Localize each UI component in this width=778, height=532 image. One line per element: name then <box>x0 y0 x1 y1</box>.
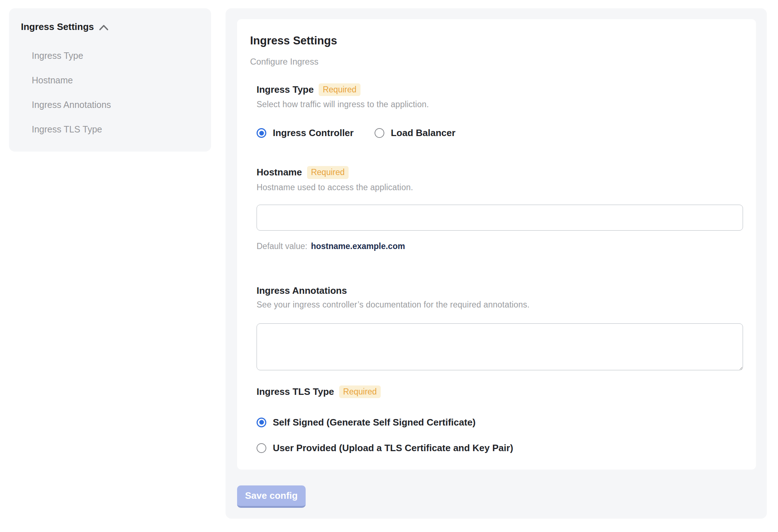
ingress-tls-type-radio-group: Self Signed (Generate Self Signed Certif… <box>257 417 743 454</box>
default-value-text: hostname.example.com <box>311 241 405 251</box>
ingress-type-description: Select how traffic will ingress to the a… <box>257 100 743 109</box>
required-badge: Required <box>339 385 381 398</box>
ingress-annotations-description: See your ingress controller’s documentat… <box>257 300 743 310</box>
sidebar-section-toggle[interactable]: Ingress Settings <box>21 21 204 32</box>
radio-option-self-signed[interactable]: Self Signed (Generate Self Signed Certif… <box>257 417 743 428</box>
radio-option-label: Load Balancer <box>391 127 455 139</box>
sidebar-section-title: Ingress Settings <box>21 21 94 32</box>
required-badge: Required <box>307 166 349 179</box>
section-ingress-annotations: Ingress Annotations See your ingress con… <box>257 285 743 370</box>
radio-option-label: Self Signed (Generate Self Signed Certif… <box>273 417 476 428</box>
ingress-annotations-label: Ingress Annotations <box>257 285 347 296</box>
section-ingress-type: Ingress Type Required Select how traffic… <box>257 83 743 139</box>
settings-nav-sidebar: Ingress Settings Ingress Type Hostname I… <box>9 8 211 152</box>
sidebar-items: Ingress Type Hostname Ingress Annotation… <box>21 43 204 141</box>
default-value-label: Default value: <box>257 241 307 251</box>
radio-option-user-provided[interactable]: User Provided (Upload a TLS Certificate … <box>257 442 743 454</box>
radio-button-icon[interactable] <box>257 128 266 138</box>
section-hostname: Hostname Required Hostname used to acces… <box>257 166 743 251</box>
settings-panel: Ingress Settings Configure Ingress Ingre… <box>226 8 767 519</box>
page: Ingress Settings Ingress Type Hostname I… <box>0 0 778 532</box>
sidebar-item-ingress-annotations[interactable]: Ingress Annotations <box>32 92 204 117</box>
ingress-tls-type-label: Ingress TLS Type <box>257 386 334 397</box>
radio-button-icon[interactable] <box>257 443 266 453</box>
page-subtitle: Configure Ingress <box>250 57 743 67</box>
save-config-button[interactable]: Save config <box>237 485 306 508</box>
sidebar-item-hostname[interactable]: Hostname <box>32 68 204 92</box>
sidebar-item-ingress-tls-type[interactable]: Ingress TLS Type <box>32 117 204 141</box>
radio-option-ingress-controller[interactable]: Ingress Controller <box>257 127 354 139</box>
radio-option-load-balancer[interactable]: Load Balancer <box>375 127 455 139</box>
section-ingress-tls-type: Ingress TLS Type Required Self Signed (G… <box>257 385 743 454</box>
hostname-description: Hostname used to access the application. <box>257 183 743 192</box>
hostname-default-line: Default value: hostname.example.com <box>257 241 743 251</box>
hostname-label: Hostname <box>257 167 302 178</box>
radio-button-icon[interactable] <box>375 128 384 138</box>
ingress-type-label: Ingress Type <box>257 84 314 95</box>
hostname-input[interactable] <box>257 205 743 231</box>
radio-option-label: User Provided (Upload a TLS Certificate … <box>273 442 513 454</box>
required-badge: Required <box>319 83 360 96</box>
sidebar-item-ingress-type[interactable]: Ingress Type <box>32 43 204 68</box>
ingress-type-radio-group: Ingress Controller Load Balancer <box>257 127 743 139</box>
ingress-annotations-textarea[interactable] <box>257 323 743 370</box>
radio-option-label: Ingress Controller <box>273 127 354 139</box>
page-title: Ingress Settings <box>250 34 743 47</box>
ingress-settings-card: Ingress Settings Configure Ingress Ingre… <box>237 19 756 470</box>
chevron-up-icon[interactable] <box>99 25 109 31</box>
radio-button-icon[interactable] <box>257 418 266 427</box>
